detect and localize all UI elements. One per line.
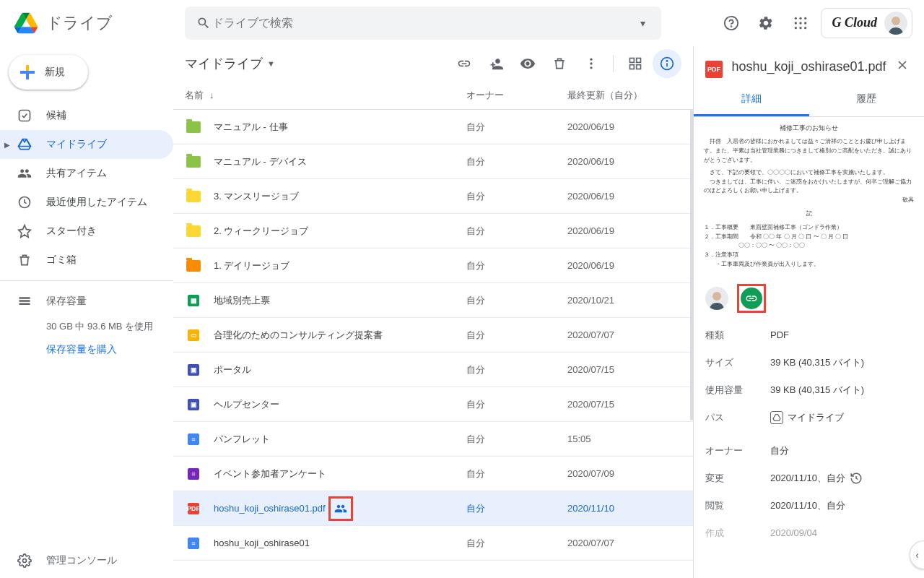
drive-logo-icon bbox=[12, 9, 40, 38]
svg-rect-21 bbox=[637, 65, 641, 69]
file-name: ヘルプセンター bbox=[214, 398, 466, 411]
link-shared-icon[interactable] bbox=[741, 288, 762, 309]
file-preview[interactable]: 補修工事のお知らせ 拝啓 入居者の皆様におかれましては益々ご清祥のこととお慶び申… bbox=[694, 117, 924, 275]
sidebar-item-recent[interactable]: 最近使用したアイテム bbox=[0, 188, 173, 217]
file-type-icon: ≡ bbox=[185, 431, 202, 448]
mydrive-icon bbox=[17, 137, 32, 152]
get-link-icon[interactable] bbox=[450, 49, 479, 78]
search-input[interactable] bbox=[212, 17, 634, 30]
file-row[interactable]: ▦ 地域別売上票 自分 2020/10/21 bbox=[173, 283, 693, 318]
details-toggle-icon[interactable] bbox=[653, 49, 681, 78]
file-name: hoshu_koji_oshirase01.pdf bbox=[214, 496, 466, 521]
file-date: 15:05 bbox=[567, 434, 681, 444]
file-name: マニュアル - 仕事 bbox=[214, 121, 466, 134]
col-owner[interactable]: オーナー bbox=[466, 89, 567, 102]
file-name: 地域別売上票 bbox=[214, 294, 466, 307]
toolbar: マイドライブ▼ bbox=[173, 46, 693, 81]
svg-rect-19 bbox=[637, 59, 641, 63]
sidebar-item-shared[interactable]: 共有アイテム bbox=[0, 159, 173, 188]
file-type-icon: ▭ bbox=[185, 327, 202, 344]
sidebar-item-trash[interactable]: ゴミ箱 bbox=[0, 246, 173, 275]
file-owner: 自分 bbox=[466, 467, 567, 480]
file-row[interactable]: 1. デイリージョブ 自分 2020/06/19 bbox=[173, 249, 693, 283]
search-options-icon[interactable]: ▾ bbox=[634, 17, 651, 29]
history-icon[interactable] bbox=[850, 472, 863, 485]
file-list-pane: マイドライブ▼ 名前↓ オーナー 最終更新（自分） bbox=[173, 46, 693, 578]
account-chip[interactable]: G Cloud bbox=[821, 8, 912, 38]
breadcrumb[interactable]: マイドライブ▼ bbox=[185, 55, 275, 72]
file-owner: 自分 bbox=[466, 329, 567, 342]
file-type-icon: ≡ bbox=[185, 465, 202, 483]
storage-icon bbox=[17, 294, 32, 309]
expand-caret-icon[interactable]: ▶ bbox=[4, 141, 10, 149]
new-button[interactable]: 新規 bbox=[9, 55, 88, 90]
file-name: 3. マンスリージョブ bbox=[214, 190, 466, 203]
svg-point-24 bbox=[666, 61, 667, 61]
file-row[interactable]: マニュアル - 仕事 自分 2020/06/19 bbox=[173, 110, 693, 144]
column-headers: 名前↓ オーナー 最終更新（自分） bbox=[173, 81, 693, 110]
search-bar[interactable]: ▾ bbox=[185, 7, 661, 40]
preview-icon[interactable] bbox=[513, 49, 542, 78]
file-row[interactable]: ≡ パンフレット 自分 15:05 bbox=[173, 422, 693, 457]
sidebar-item-starred[interactable]: スター付き bbox=[0, 217, 173, 246]
sidebar: 新規 候補 ▶マイドライブ 共有アイテム 最近使用したアイテム スター付き ゴミ… bbox=[0, 46, 173, 578]
help-icon[interactable] bbox=[717, 9, 746, 38]
sidebar-item-priority[interactable]: 候補 bbox=[0, 101, 173, 130]
file-type-icon bbox=[185, 118, 202, 136]
buy-storage-link[interactable]: 保存容量を購入 bbox=[46, 343, 156, 356]
svg-point-8 bbox=[795, 27, 797, 29]
grid-view-icon[interactable] bbox=[621, 49, 650, 78]
file-owner: 自分 bbox=[466, 259, 567, 272]
file-row[interactable]: ▭ 合理化のためのコンサルティング提案書 自分 2020/07/07 bbox=[173, 318, 693, 353]
storage-row[interactable]: 保存容量 bbox=[17, 287, 156, 316]
file-row[interactable]: ▣ ヘルプセンター 自分 2020/07/15 bbox=[173, 387, 693, 422]
logo-area[interactable]: ドライブ bbox=[12, 9, 185, 38]
details-panel: PDF hoshu_koji_oshirase01.pdf 詳細 履歴 補修工事… bbox=[693, 46, 924, 578]
path-link[interactable]: マイドライブ bbox=[770, 411, 912, 424]
more-icon[interactable] bbox=[577, 49, 606, 78]
mydrive-path-icon bbox=[770, 411, 783, 424]
file-name: イベント参加者アンケート bbox=[214, 467, 466, 480]
file-name: hoshu_koji_oshirase01 bbox=[214, 538, 466, 548]
file-type-icon: PDF bbox=[185, 500, 202, 517]
col-name[interactable]: 名前↓ bbox=[185, 89, 466, 102]
svg-point-2 bbox=[795, 17, 797, 19]
file-row[interactable]: マニュアル - デバイス 自分 2020/06/19 bbox=[173, 144, 693, 179]
sidebar-item-mydrive[interactable]: ▶マイドライブ bbox=[0, 130, 173, 159]
details-tabs: 詳細 履歴 bbox=[694, 84, 924, 117]
svg-rect-12 bbox=[19, 111, 30, 121]
owner-avatar-icon[interactable] bbox=[705, 287, 728, 310]
delete-icon[interactable] bbox=[545, 49, 574, 78]
file-row[interactable]: ≡ hoshu_koji_oshirase01 自分 2020/07/07 bbox=[173, 526, 693, 561]
file-row[interactable]: 3. マンスリージョブ 自分 2020/06/19 bbox=[173, 179, 693, 214]
svg-point-16 bbox=[590, 62, 592, 64]
share-icon[interactable] bbox=[481, 49, 510, 78]
col-modified[interactable]: 最終更新（自分） bbox=[567, 89, 681, 102]
tab-activity[interactable]: 履歴 bbox=[809, 84, 925, 116]
file-row[interactable]: 2. ウィークリージョブ 自分 2020/06/19 bbox=[173, 214, 693, 249]
storage-section: 保存容量 30 GB 中 93.6 MB を使用 保存容量を購入 bbox=[0, 287, 173, 356]
file-row[interactable]: ▣ ポータル 自分 2020/07/15 bbox=[173, 353, 693, 387]
file-date: 2020/06/19 bbox=[567, 191, 681, 202]
svg-point-9 bbox=[800, 27, 802, 29]
file-owner: 自分 bbox=[466, 433, 567, 446]
file-row[interactable]: PDF hoshu_koji_oshirase01.pdf 自分 2020/11… bbox=[173, 491, 693, 526]
tab-details[interactable]: 詳細 bbox=[694, 84, 809, 116]
scrollbar[interactable] bbox=[690, 110, 693, 420]
close-details-icon[interactable] bbox=[895, 58, 912, 72]
file-name: 合理化のためのコンサルティング提案書 bbox=[214, 329, 466, 342]
settings-icon[interactable] bbox=[751, 9, 780, 38]
file-type-icon: ▣ bbox=[185, 396, 202, 413]
new-button-label: 新規 bbox=[45, 66, 65, 79]
admin-console-link[interactable]: 管理コンソール bbox=[0, 543, 173, 578]
apps-icon[interactable] bbox=[786, 9, 815, 38]
share-row bbox=[694, 275, 924, 322]
file-date: 2020/10/21 bbox=[567, 295, 681, 306]
file-owner: 自分 bbox=[466, 294, 567, 307]
file-owner: 自分 bbox=[466, 398, 567, 411]
recent-icon bbox=[17, 195, 32, 210]
search-icon bbox=[195, 16, 212, 30]
file-row[interactable]: ≡ イベント参加者アンケート 自分 2020/07/09 bbox=[173, 457, 693, 491]
file-owner: 自分 bbox=[466, 190, 567, 203]
file-owner: 自分 bbox=[466, 121, 567, 134]
